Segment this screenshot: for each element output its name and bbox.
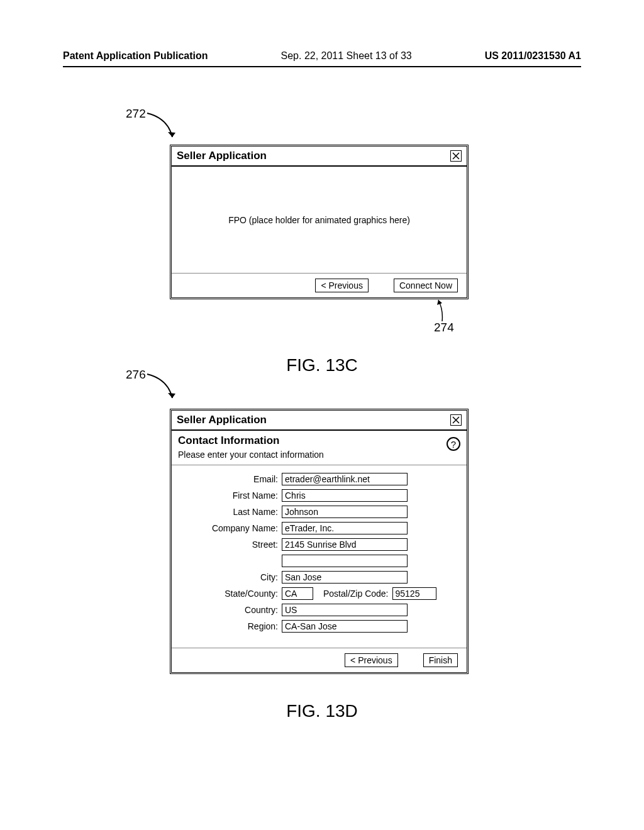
header-right: US 2011/0231530 A1 [485, 50, 581, 62]
email-input[interactable] [282, 473, 408, 485]
close-icon[interactable] [450, 150, 462, 162]
page-header: Patent Application Publication Sep. 22, … [0, 50, 644, 62]
close-icon[interactable] [450, 414, 462, 426]
ref-label-272: 272 [126, 107, 146, 121]
ref-label-274: 274 [434, 321, 454, 335]
label-state: State/County: [184, 589, 282, 599]
figure-caption-13c: FIG. 13C [0, 355, 644, 375]
contact-form: Email: First Name: Last Name: Company Na… [172, 465, 467, 648]
label-street: Street: [184, 540, 282, 550]
zip-input[interactable] [392, 587, 436, 600]
header-left: Patent Application Publication [63, 50, 208, 62]
titlebar-c: Seller Application [172, 147, 467, 167]
finish-button[interactable]: Finish [423, 653, 458, 667]
titlebar-d: Seller Application [172, 411, 467, 431]
street2-input[interactable] [282, 555, 408, 567]
previous-button[interactable]: < Previous [345, 653, 398, 667]
figure-caption-13d: FIG. 13D [0, 701, 644, 721]
svg-marker-0 [168, 132, 175, 137]
leader-arrow-274 [437, 299, 456, 324]
button-row-d: < Previous Finish [172, 648, 467, 672]
label-first-name: First Name: [184, 490, 282, 501]
seller-app-window-d: Seller Application Contact Information P… [170, 409, 469, 674]
ref-label-276: 276 [126, 368, 146, 382]
last-name-input[interactable] [282, 506, 408, 518]
window-title-c: Seller Application [177, 150, 267, 162]
leader-arrow-276 [146, 373, 177, 404]
label-region: Region: [184, 621, 282, 631]
city-input[interactable] [282, 571, 408, 584]
fpo-placeholder: FPO (place holder for animated graphics … [172, 167, 467, 274]
svg-marker-1 [437, 300, 442, 305]
label-email: Email: [184, 474, 282, 484]
button-row-c: < Previous Connect Now [172, 274, 467, 297]
header-rule [63, 66, 581, 67]
svg-marker-2 [168, 393, 175, 398]
state-input[interactable] [282, 587, 313, 600]
street-input[interactable] [282, 538, 408, 551]
header-center: Sep. 22, 2011 Sheet 13 of 33 [281, 50, 412, 62]
first-name-input[interactable] [282, 489, 408, 502]
section-title: Contact Information [178, 434, 324, 447]
section-subtitle: Please enter your contact information [178, 450, 324, 460]
label-city: City: [184, 572, 282, 582]
leader-arrow-272 [146, 112, 177, 143]
company-input[interactable] [282, 522, 408, 534]
help-icon[interactable]: ? [447, 437, 460, 451]
label-country: Country: [184, 605, 282, 615]
section-header: Contact Information Please enter your co… [172, 431, 467, 465]
connect-now-button[interactable]: Connect Now [394, 279, 458, 292]
seller-app-window-c: Seller Application FPO (place holder for… [170, 145, 469, 299]
previous-button[interactable]: < Previous [315, 279, 369, 292]
label-company: Company Name: [184, 523, 282, 533]
country-input[interactable] [282, 604, 408, 616]
window-title-d: Seller Application [177, 414, 267, 426]
label-last-name: Last Name: [184, 507, 282, 517]
region-input[interactable] [282, 620, 408, 633]
label-zip: Postal/Zip Code: [323, 589, 389, 599]
